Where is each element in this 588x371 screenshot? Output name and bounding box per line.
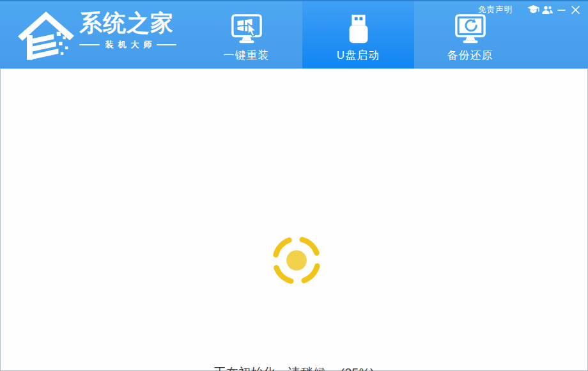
close-button[interactable] bbox=[569, 5, 582, 15]
loading-spinner-icon bbox=[270, 233, 323, 287]
monitor-windows-icon bbox=[229, 8, 264, 45]
users-icon[interactable] bbox=[541, 5, 553, 15]
main-nav-tabs: 一键重装 U盘启动 bbox=[190, 1, 526, 70]
titlebar-controls: 免责声明 bbox=[478, 4, 582, 15]
app-window: 系统之家 装机大师 bbox=[0, 0, 588, 371]
app-title: 系统之家 bbox=[79, 11, 176, 35]
service-cap-icon[interactable] bbox=[527, 5, 539, 15]
header-bar: 系统之家 装机大师 bbox=[0, 0, 588, 68]
tab-one-click-reinstall[interactable]: 一键重装 bbox=[190, 1, 302, 70]
status-text: 正在初始化，请稍候... (25%) bbox=[1, 365, 587, 371]
subtitle-right-dash bbox=[157, 44, 177, 45]
tab-label: U盘启动 bbox=[337, 48, 380, 63]
tab-label: 一键重装 bbox=[224, 48, 270, 63]
minimize-button[interactable] bbox=[555, 5, 568, 15]
app-subtitle: 装机大师 bbox=[100, 39, 157, 51]
minimize-icon bbox=[557, 10, 565, 11]
tab-usb-boot[interactable]: U盘启动 bbox=[302, 1, 414, 70]
app-logo bbox=[17, 7, 75, 66]
close-icon bbox=[571, 6, 580, 14]
main-content: 正在初始化，请稍候... (25%) bbox=[0, 68, 588, 371]
usb-drive-icon bbox=[341, 8, 376, 45]
brand-text: 系统之家 装机大师 bbox=[79, 11, 176, 51]
house-stack-icon bbox=[17, 7, 75, 63]
app-subtitle-row: 装机大师 bbox=[79, 39, 176, 51]
tab-label: 备份还原 bbox=[447, 48, 493, 63]
subtitle-left-dash bbox=[79, 44, 100, 45]
disclaimer-link[interactable]: 免责声明 bbox=[478, 4, 513, 15]
